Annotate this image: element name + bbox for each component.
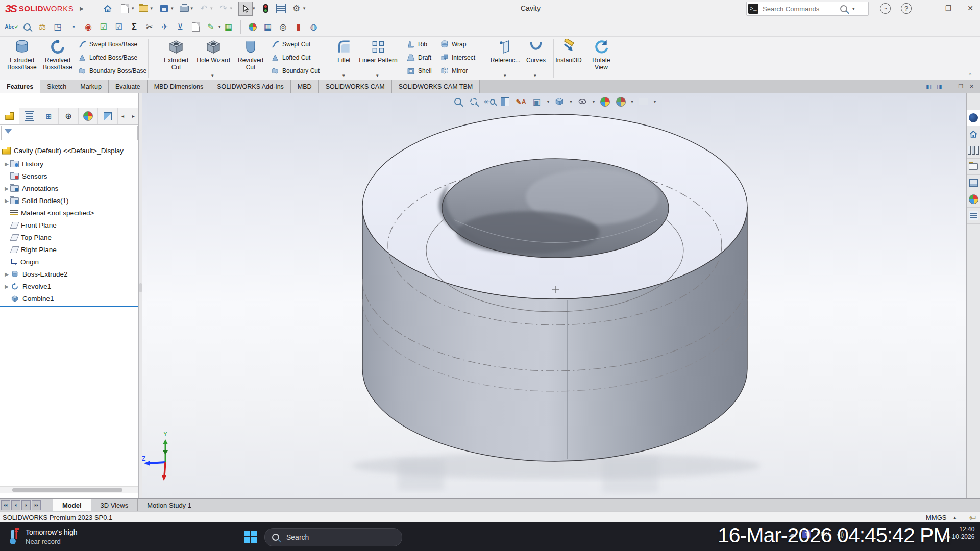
window-minimize-button[interactable]: — <box>919 2 934 15</box>
evaluate-table-icon[interactable]: ▦ <box>221 20 236 34</box>
hole-wizard-button[interactable]: Hole Wizard <box>195 39 231 64</box>
print-button[interactable] <box>178 2 191 15</box>
tab-sketch[interactable]: Sketch <box>40 80 74 93</box>
markup-icon[interactable]: ◳ <box>50 20 65 34</box>
print-dropdown[interactable]: ▾ <box>191 6 193 11</box>
prev-tab-nav-button[interactable]: ⏴ <box>11 500 20 510</box>
curves-button[interactable]: Curves <box>522 39 550 64</box>
check-document-icon[interactable]: ☑ <box>96 20 111 34</box>
redo-dropdown[interactable]: ▾ <box>230 6 233 11</box>
swept-boss-base-button[interactable]: Swept Boss/Base <box>78 39 137 50</box>
revolved-cut-button[interactable]: RevolvedCut <box>233 39 268 71</box>
save-button[interactable] <box>158 2 171 15</box>
hole-wizard-dropdown[interactable]: ▾ <box>211 73 214 78</box>
swept-cut-button[interactable]: Swept Cut <box>271 39 310 50</box>
web-help-globe-icon[interactable]: ◍ <box>306 20 322 34</box>
user-account-icon[interactable]: ◔ <box>880 3 891 14</box>
symmetry-check-icon[interactable]: ◎ <box>276 20 291 34</box>
search-dropdown[interactable]: ▾ <box>852 7 855 11</box>
extruded-cut-button[interactable]: ExtrudedCut <box>158 39 194 71</box>
window-close-button[interactable]: ✕ <box>963 2 978 15</box>
view-palette-icon[interactable] <box>967 175 980 191</box>
search-commands-input[interactable] <box>762 5 840 13</box>
doc-restore-button[interactable]: ❐ <box>957 82 965 90</box>
tree-item-right-plane[interactable]: Right Plane <box>0 243 138 256</box>
rollback-bar[interactable] <box>0 306 138 307</box>
expand-arrow-icon[interactable]: ▶ <box>3 186 10 191</box>
panel-tabs-scroll-left[interactable]: ◂ <box>118 108 129 124</box>
appearances-scenes-icon[interactable] <box>967 191 980 208</box>
performance-evaluation-icon[interactable]: ◔ <box>65 20 81 34</box>
compare-documents-icon[interactable] <box>188 20 203 34</box>
tree-item-sensors[interactable]: Sensors <box>0 170 138 182</box>
tab-solidworks-cam[interactable]: SOLIDWORKS CAM <box>319 80 392 93</box>
tab-evaluate[interactable]: Evaluate <box>109 80 148 93</box>
tab-features[interactable]: Features <box>0 80 40 93</box>
tab-model[interactable]: Model <box>53 499 91 512</box>
file-explorer-icon[interactable] <box>967 159 980 175</box>
expand-arrow-icon[interactable]: ▶ <box>3 161 10 167</box>
tab-solidworks-add-ins[interactable]: SOLIDWORKS Add-Ins <box>210 80 291 93</box>
curvature-icon[interactable]: ▦ <box>260 20 276 34</box>
search-commands-box[interactable]: >_ ▾ <box>746 2 869 16</box>
marketplace-globe-icon[interactable] <box>967 110 980 126</box>
tree-root-item[interactable]: Cavity (Default) <<Default>_Display <box>0 144 138 157</box>
measure-icon[interactable]: ⚖ <box>35 20 50 34</box>
design-library-icon[interactable] <box>967 142 980 159</box>
fillet-dropdown[interactable]: ▾ <box>342 73 345 78</box>
tree-item-material[interactable]: Material <not specified> <box>0 207 138 219</box>
rib-button[interactable]: Rib <box>406 39 427 50</box>
revolved-boss-base-button[interactable]: RevolvedBoss/Base <box>40 39 76 71</box>
draft-analysis-icon[interactable]: ✈ <box>157 20 173 34</box>
statistics-icon[interactable]: Σ <box>127 20 142 34</box>
geometry-analysis-icon[interactable]: ☑ <box>111 20 127 34</box>
new-document-button[interactable] <box>118 2 132 15</box>
cam-feature-tree-tab[interactable] <box>98 108 117 124</box>
boundary-boss-base-button[interactable]: Boundary Boss/Base <box>78 65 146 77</box>
lofted-cut-button[interactable]: Lofted Cut <box>271 52 310 63</box>
custom-properties-icon[interactable] <box>967 208 980 224</box>
expand-arrow-icon[interactable]: ▶ <box>3 271 10 277</box>
appearance-magnifier-icon[interactable] <box>245 20 260 34</box>
last-tab-nav-button[interactable]: ⏵⏵ <box>32 500 41 510</box>
reference-geometry-button[interactable]: Referenc... <box>488 39 523 64</box>
pane-left-toggle-icon[interactable]: ◧ <box>924 82 933 90</box>
thickness-analysis-icon[interactable]: ▮ <box>291 20 306 34</box>
new-dropdown[interactable]: ▾ <box>132 6 134 11</box>
open-dropdown[interactable]: ▾ <box>150 6 153 11</box>
spell-check-icon[interactable]: Abc✓ <box>4 20 19 34</box>
draft-button[interactable]: Draft <box>406 52 431 63</box>
units-dropdown-arrow[interactable]: ▴ <box>953 515 956 520</box>
traffic-light-icon[interactable] <box>259 2 273 15</box>
displaymanager-tab[interactable] <box>79 108 98 124</box>
open-button[interactable] <box>137 2 150 15</box>
intersect-button[interactable]: Intersect <box>440 52 475 63</box>
tree-item-boss-extrude2[interactable]: ▶ Boss-Extrude2 <box>0 268 138 280</box>
redo-button[interactable]: ↷ <box>217 2 230 15</box>
ribbon-collapse-chevron[interactable]: ⌃ <box>968 72 972 79</box>
start-button[interactable] <box>241 527 260 547</box>
extruded-boss-base-button[interactable]: ExtrudedBoss/Base <box>4 39 40 71</box>
solidworks-resources-home-icon[interactable] <box>967 126 980 142</box>
tree-filter-box[interactable] <box>1 126 138 140</box>
tree-item-origin[interactable]: Origin <box>0 256 138 268</box>
curves-dropdown[interactable]: ▾ <box>534 73 536 78</box>
graphics-viewport[interactable]: ↞ ✎A ▣▾ ▾ ▾ ▾ ▾ <box>142 93 966 499</box>
undercut-analysis-icon[interactable]: ⊻ <box>173 20 188 34</box>
doc-minimize-button[interactable]: — <box>946 82 954 90</box>
tree-item-history[interactable]: ▶ History <box>0 158 138 170</box>
undo-dropdown[interactable]: ▾ <box>210 6 213 11</box>
design-checker-icon[interactable]: ✎ <box>203 20 218 34</box>
properties-button[interactable] <box>275 2 288 15</box>
select-dropdown[interactable]: ▾ <box>253 6 255 11</box>
tab-motion-study-1[interactable]: Motion Study 1 <box>138 499 201 512</box>
rotate-view-button[interactable]: RotateView <box>586 39 617 71</box>
first-tab-nav-button[interactable]: ⏴⏴ <box>1 500 10 510</box>
panel-horizontal-scrollbar[interactable] <box>0 486 138 493</box>
linear-pattern-dropdown[interactable]: ▾ <box>376 73 379 78</box>
wrap-button[interactable]: Wrap <box>440 39 466 50</box>
task-view-icon[interactable] <box>438 547 457 551</box>
window-restore-button[interactable]: ❐ <box>941 2 956 15</box>
select-cursor-button[interactable] <box>238 2 253 16</box>
tag-icon[interactable]: 🏷︎ <box>969 514 976 521</box>
